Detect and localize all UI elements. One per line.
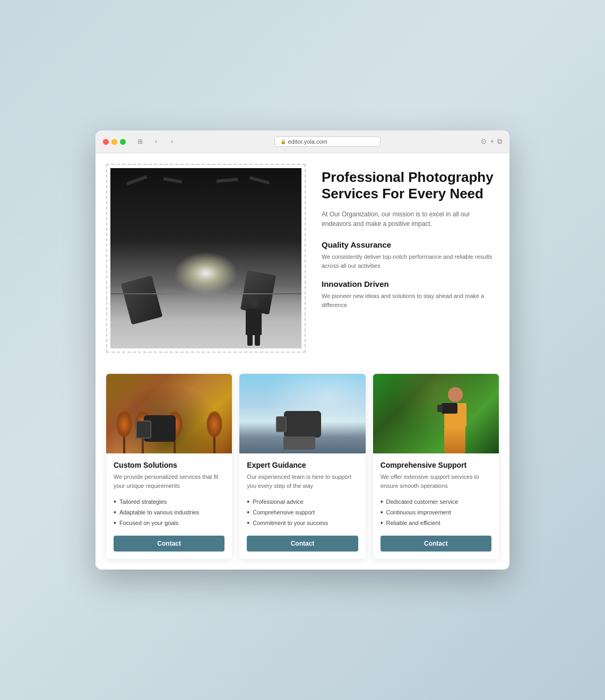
card-list-3: Dedicated customer service Continuous im… <box>381 496 491 528</box>
card-title-1: Custom Solutions <box>114 461 224 469</box>
hero-subtitle: At Our Organization, our mission is to e… <box>322 209 499 229</box>
list-item: Tailored strategies <box>114 496 224 507</box>
woman-legs <box>444 427 465 453</box>
person-body <box>246 309 262 335</box>
card-title-3: Comprehensive Support <box>381 461 491 469</box>
traffic-lights <box>103 139 126 145</box>
light-fixture-3 <box>217 178 238 182</box>
list-item: Dedicated customer service <box>381 496 491 507</box>
address-bar[interactable]: 🔒 editor.yola.com <box>274 136 381 147</box>
card-desc-2: Our experienced team is here to support … <box>247 472 358 490</box>
browser-toolbar: ⊞ ‹ › 🔒 editor.yola.com ⊙ + ⧉ <box>96 130 509 153</box>
card-body-1: Custom Solutions We provide personalized… <box>106 453 232 559</box>
studio-scene <box>110 168 301 348</box>
card-custom-solutions: Custom Solutions We provide personalized… <box>106 374 232 559</box>
help-icon[interactable]: ⊙ <box>481 137 487 146</box>
camera-hand <box>144 415 176 442</box>
feature-title-2: Innovation Driven <box>322 279 499 288</box>
light-fixture-1 <box>126 175 148 185</box>
light-fixture-2 <box>163 177 183 183</box>
hero-title: Professional Photography Services For Ev… <box>322 169 499 202</box>
woman-body <box>444 387 466 453</box>
tree-1 <box>119 411 129 453</box>
hero-text: Professional Photography Services For Ev… <box>322 164 499 319</box>
leg-left <box>247 335 253 346</box>
list-item: Reliable and efficient <box>381 518 491 528</box>
add-tab-icon[interactable]: + <box>490 137 494 146</box>
extensions-icon[interactable]: ⧉ <box>497 137 502 146</box>
feature-desc-2: We pioneer new ideas and solutions to st… <box>322 292 499 309</box>
list-item: Continuous improvement <box>381 507 491 518</box>
camera-lens-2 <box>276 416 287 432</box>
lock-icon: 🔒 <box>280 139 286 144</box>
card-expert-guidance: Expert Guidance Our experienced team is … <box>239 374 365 559</box>
cards-section: Custom Solutions We provide personalized… <box>106 374 499 559</box>
maximize-button[interactable] <box>120 139 126 145</box>
hero-image-wrapper <box>106 164 306 353</box>
person-legs <box>240 335 267 346</box>
hero-image <box>110 168 301 348</box>
back-button[interactable]: ‹ <box>150 136 162 147</box>
card-list-1: Tailored strategies Adaptable to various… <box>114 496 224 528</box>
camera-grip-2 <box>283 436 315 450</box>
woman-camera <box>442 403 457 414</box>
card-body-3: Comprehensive Support We offer extensive… <box>373 453 499 559</box>
contact-button-2[interactable]: Contact <box>247 536 358 552</box>
list-item: Comprehensive support <box>247 507 358 518</box>
toolbar-icons: ⊙ + ⧉ <box>481 137 502 146</box>
tree-4 <box>209 411 220 453</box>
card-image-2 <box>239 374 365 453</box>
person-silhouette <box>240 297 267 339</box>
card-comprehensive-support: Comprehensive Support We offer extensive… <box>373 374 499 559</box>
woman-head <box>448 387 463 402</box>
hero-section: Professional Photography Services For Ev… <box>106 164 499 353</box>
list-item: Commitment to your success <box>247 518 358 528</box>
woman-figure <box>437 384 474 453</box>
list-item: Adaptable to various industries <box>114 507 224 518</box>
address-bar-container: 🔒 editor.yola.com <box>182 136 472 147</box>
sidebar-toggle[interactable]: ⊞ <box>134 136 146 147</box>
camera-body-2 <box>284 411 321 438</box>
feature-desc-1: We consistently deliver top-notch perfor… <box>322 252 499 270</box>
card-desc-1: We provide personalized services that fi… <box>114 472 224 490</box>
page-content: Professional Photography Services For Ev… <box>96 153 509 570</box>
person-head <box>248 297 259 308</box>
floor-line <box>110 293 301 294</box>
forward-button[interactable]: › <box>166 136 178 147</box>
browser-window: ⊞ ‹ › 🔒 editor.yola.com ⊙ + ⧉ <box>96 130 509 570</box>
card-desc-3: We offer extensive support services to e… <box>381 472 491 490</box>
list-item: Focused on your goals <box>114 518 224 528</box>
card-title-2: Expert Guidance <box>247 461 358 469</box>
studio-light <box>174 252 238 294</box>
woman-torso <box>444 403 466 427</box>
minimize-button[interactable] <box>111 139 117 145</box>
leg-right <box>255 335 260 346</box>
close-button[interactable] <box>103 139 109 145</box>
card-image-3 <box>373 374 499 453</box>
light-fixture-4 <box>249 176 270 185</box>
card-image-1 <box>106 374 232 453</box>
url-text: editor.yola.com <box>288 138 327 145</box>
card-list-2: Professional advice Comprehensive suppor… <box>247 496 358 528</box>
contact-button-3[interactable]: Contact <box>381 536 491 552</box>
feature-title-1: Quality Assurance <box>322 240 499 249</box>
list-item: Professional advice <box>247 496 358 507</box>
softbox-left <box>120 276 162 325</box>
card-body-2: Expert Guidance Our experienced team is … <box>239 453 365 559</box>
contact-button-1[interactable]: Contact <box>114 536 224 552</box>
